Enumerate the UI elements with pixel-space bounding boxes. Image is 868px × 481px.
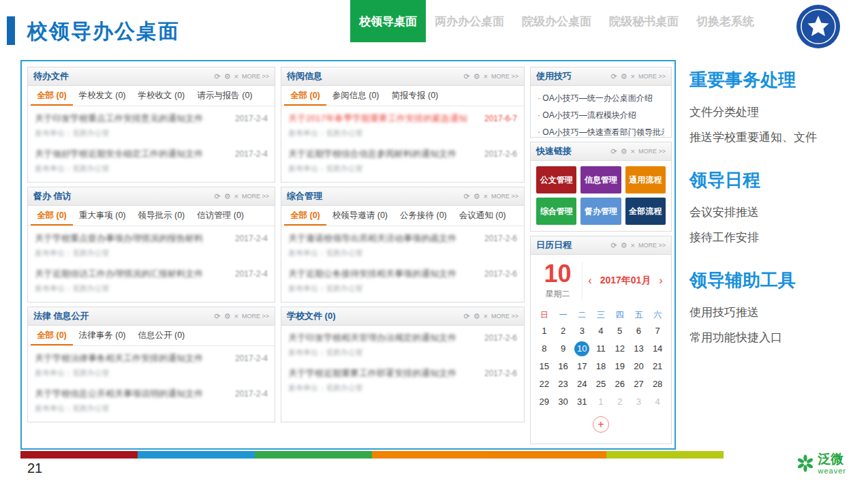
panel-tab[interactable]: 学校发文 (0) [73, 86, 132, 106]
settings-icon[interactable]: ⚙ [224, 73, 231, 80]
quicklink-button[interactable]: 督办管理 [580, 198, 621, 225]
calendar-day[interactable]: 7 [648, 324, 667, 339]
calendar-day[interactable]: 30 [554, 394, 573, 409]
calendar-day[interactable]: 8 [535, 341, 554, 356]
refresh-icon[interactable]: ⟳ [214, 73, 220, 80]
calendar-day[interactable]: 14 [648, 341, 667, 356]
next-month-icon[interactable]: › [659, 275, 662, 287]
calendar-day[interactable]: 13 [630, 341, 649, 356]
list-item[interactable]: 关于印发学校重点工作安排意见的通知文件 2017-2-4 发布单位：党政办公室 [35, 112, 268, 138]
add-event-button[interactable]: + [593, 416, 609, 433]
calendar-day[interactable]: 23 [554, 377, 573, 392]
calendar-day[interactable]: 6 [630, 324, 649, 339]
calendar-day[interactable]: 2 [554, 324, 573, 339]
list-item[interactable]: 关于学校重点督办事项办理情况的报告材料 2017-2-4 发布单位：党政办公室 [35, 232, 268, 258]
calendar-day[interactable]: 18 [591, 359, 610, 374]
refresh-icon[interactable]: ⟳ [610, 242, 617, 249]
close-icon[interactable]: × [484, 73, 488, 80]
close-icon[interactable]: × [234, 73, 238, 80]
settings-icon[interactable]: ⚙ [621, 148, 627, 155]
more-link[interactable]: MORE >> [638, 242, 666, 249]
calendar-day[interactable]: 10 [572, 341, 591, 356]
calendar-day[interactable]: 25 [591, 377, 610, 392]
list-item[interactable]: 关于邀请校领导出席相关活动事项的函文件 2017-2-6 发布单位：党政办公室 [288, 232, 517, 258]
list-item[interactable]: 关于学校信息公开相关事项说明的通知文件 2017-2-4 发布单位：党政办公室 [35, 388, 268, 414]
panel-tab[interactable]: 参阅信息 (0) [326, 86, 386, 106]
settings-icon[interactable]: ⚙ [474, 73, 480, 80]
close-icon[interactable]: × [234, 193, 238, 200]
calendar-day[interactable]: 3 [630, 394, 649, 409]
close-icon[interactable]: × [484, 193, 488, 200]
calendar-day[interactable]: 27 [630, 377, 649, 392]
refresh-icon[interactable]: ⟳ [610, 73, 617, 80]
calendar-day[interactable]: 9 [554, 341, 573, 356]
calendar-day[interactable]: 20 [630, 359, 649, 374]
more-link[interactable]: MORE >> [242, 313, 269, 320]
quicklink-button[interactable]: 信息管理 [580, 166, 621, 193]
calendar-day[interactable]: 11 [591, 341, 610, 356]
tip-link[interactable]: OA小技巧—快速查看部门领导批示... [538, 124, 664, 138]
calendar-day[interactable]: 22 [535, 377, 554, 392]
refresh-icon[interactable]: ⟳ [214, 193, 220, 200]
panel-tab[interactable]: 请示与报告 (0) [191, 86, 258, 106]
calendar-day[interactable]: 2 [610, 394, 630, 409]
calendar-day[interactable]: 16 [554, 359, 573, 374]
refresh-icon[interactable]: ⟳ [610, 148, 617, 155]
settings-icon[interactable]: ⚙ [621, 73, 627, 80]
top-nav-tab[interactable]: 院级办公桌面 [513, 0, 600, 42]
top-nav-tab[interactable]: 两办办公桌面 [426, 0, 513, 42]
list-item[interactable]: 关于学校法律事务相关工作安排的通知文件 2017-2-4 发布单位：党政办公室 [35, 352, 268, 378]
calendar-day[interactable]: 29 [535, 394, 554, 409]
refresh-icon[interactable]: ⟳ [463, 73, 469, 80]
list-item[interactable]: 关于学校近期重要工作部署安排的通知文件 2017-2-6 发布单位：党政办公室 [288, 367, 517, 393]
more-link[interactable]: MORE >> [491, 193, 518, 200]
top-nav-tab[interactable]: 校领导桌面 [350, 0, 426, 42]
close-icon[interactable]: × [631, 242, 635, 249]
panel-tab[interactable]: 公务接待 (0) [394, 206, 453, 226]
settings-icon[interactable]: ⚙ [621, 242, 627, 249]
panel-tab[interactable]: 信访管理 (0) [191, 206, 250, 226]
list-item[interactable]: 关于近期公务接待安排相关事项的通知文件 2017-2-6 发布单位：党政办公室 [288, 268, 517, 294]
panel-tab[interactable]: 重大事项 (0) [73, 206, 132, 226]
more-link[interactable]: MORE >> [242, 193, 269, 200]
settings-icon[interactable]: ⚙ [474, 193, 480, 200]
list-item[interactable]: 关于近期信访工作办理情况的汇报材料文件 2017-2-4 发布单位：党政办公室 [35, 268, 268, 294]
quicklink-button[interactable]: 全部流程 [625, 198, 666, 225]
calendar-day[interactable]: 26 [610, 377, 630, 392]
panel-tab[interactable]: 简报专报 (0) [386, 86, 445, 106]
panel-tab[interactable]: 全部 (0) [31, 86, 73, 106]
more-link[interactable]: MORE >> [638, 73, 666, 80]
panel-tab[interactable]: 全部 (0) [284, 206, 326, 226]
calendar-day[interactable]: 24 [572, 377, 591, 392]
more-link[interactable]: MORE >> [491, 313, 518, 320]
panel-tab[interactable]: 全部 (0) [31, 326, 73, 345]
more-link[interactable]: MORE >> [242, 73, 269, 80]
calendar-day[interactable]: 3 [572, 324, 591, 339]
refresh-icon[interactable]: ⟳ [214, 313, 220, 320]
tip-link[interactable]: OA小技巧—流程模块介绍 [538, 107, 664, 124]
panel-tab[interactable]: 全部 (0) [31, 206, 73, 226]
list-item[interactable]: 关于印发学校相关管理办法规定的通知文件 2017-2-6 发布单位：党政办公室 [288, 332, 517, 358]
calendar-day[interactable]: 28 [648, 377, 667, 392]
panel-tab[interactable]: 会议通知 (0) [453, 206, 512, 226]
more-link[interactable]: MORE >> [638, 148, 666, 155]
panel-tab[interactable]: 法律事务 (0) [73, 326, 132, 345]
top-nav-tab[interactable]: 院级秘书桌面 [600, 0, 687, 42]
more-link[interactable]: MORE >> [491, 73, 518, 80]
panel-tab[interactable]: 学校收文 (0) [132, 86, 191, 106]
quicklink-button[interactable]: 综合管理 [536, 198, 576, 225]
calendar-day[interactable]: 1 [591, 394, 610, 409]
calendar-day[interactable]: 15 [535, 359, 554, 374]
calendar-day[interactable]: 21 [648, 359, 667, 374]
calendar-day[interactable]: 5 [610, 324, 630, 339]
panel-tab[interactable]: 校领导邀请 (0) [326, 206, 394, 226]
calendar-day[interactable]: 17 [572, 359, 591, 374]
close-icon[interactable]: × [484, 313, 488, 320]
calendar-day[interactable]: 4 [591, 324, 610, 339]
calendar-day[interactable]: 19 [610, 359, 630, 374]
settings-icon[interactable]: ⚙ [224, 193, 231, 200]
panel-tab[interactable]: 领导批示 (0) [132, 206, 191, 226]
calendar-day[interactable]: 12 [610, 341, 630, 356]
tip-link[interactable]: OA小技巧—统一办公桌面介绍 [538, 90, 664, 107]
close-icon[interactable]: × [631, 73, 635, 80]
